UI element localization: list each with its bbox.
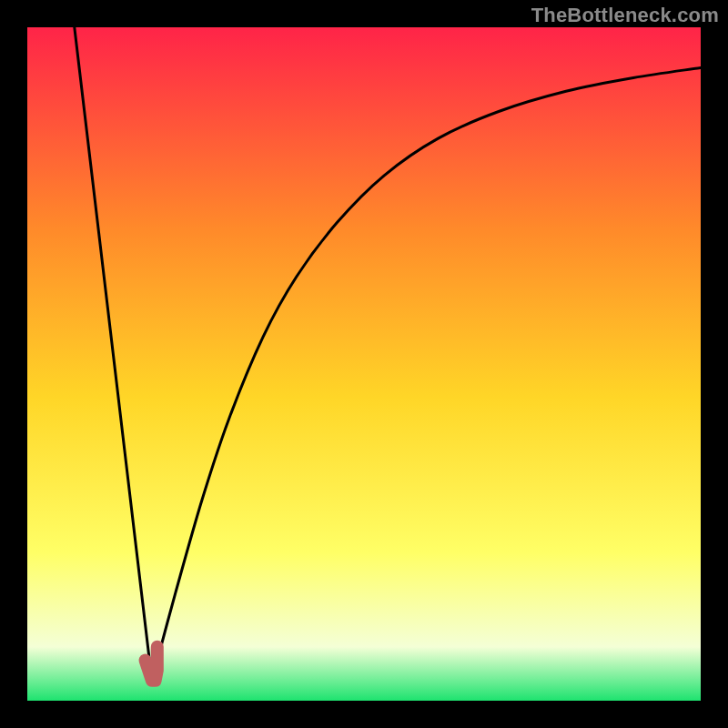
- watermark-text: TheBottleneck.com: [531, 4, 719, 27]
- chart-frame: TheBottleneck.com: [0, 0, 728, 728]
- gradient-background: [27, 27, 701, 701]
- plot-area: [27, 27, 701, 701]
- chart-svg: [27, 27, 701, 701]
